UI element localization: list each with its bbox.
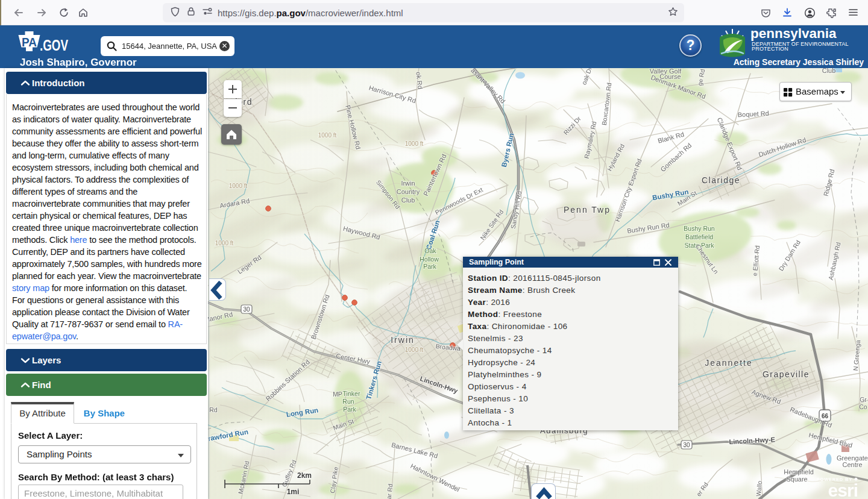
svg-text:MP: MP [333,391,342,398]
svg-text:Rd: Rd [209,406,218,413]
svg-text:Wallo: Wallo [755,480,763,497]
svg-text:Hollow: Hollow [420,256,439,263]
svg-text:Bushy Run: Bushy Run [684,225,715,232]
svg-text:Run: Run [342,398,354,405]
svg-text:Grapeville: Grapeville [763,369,810,379]
svg-text:Park: Park [423,263,436,270]
svg-text:Irwin: Irwin [391,335,415,345]
svg-text:1000 ft: 1000 ft [229,183,248,189]
svg-text:1000 ft: 1000 ft [318,132,337,139]
svg-text:Centre: Centre [842,461,862,468]
svg-text:1mi: 1mi [287,488,300,496]
svg-text:Penn Twp: Penn Twp [564,205,611,215]
svg-text:Square: Square [786,475,807,483]
svg-text:Battlefield: Battlefield [685,233,713,240]
svg-text:Irwin: Irwin [401,180,415,187]
svg-text:Hempfield: Hempfield [784,468,814,475]
svg-text:1000 ft: 1000 ft [405,347,424,353]
svg-text:Gr: Gr [860,396,867,403]
svg-text:2km: 2km [297,471,312,480]
svg-text:Club: Club [401,196,415,204]
svg-text:Jeannette: Jeannette [705,358,753,368]
svg-text:Club: Club [822,67,836,74]
svg-text:Park: Park [343,406,356,413]
svg-text:30: 30 [683,442,690,448]
svg-text:30: 30 [243,306,250,313]
svg-text:Country: Country [397,188,420,195]
svg-text:Co: Co [859,403,867,410]
svg-text:Oak: Oak [424,247,436,254]
svg-text:Claridge: Claridge [702,175,740,185]
svg-text:Course: Course [659,73,681,80]
svg-text:esri: esri [828,480,858,499]
svg-text:1000 ft: 1000 ft [405,140,424,147]
svg-text:PA: PA [22,35,37,49]
svg-text:1000 ft: 1000 ft [215,240,234,246]
svg-text:.GOV: .GOV [40,37,68,52]
svg-text:Tinker: Tinker [343,390,360,397]
